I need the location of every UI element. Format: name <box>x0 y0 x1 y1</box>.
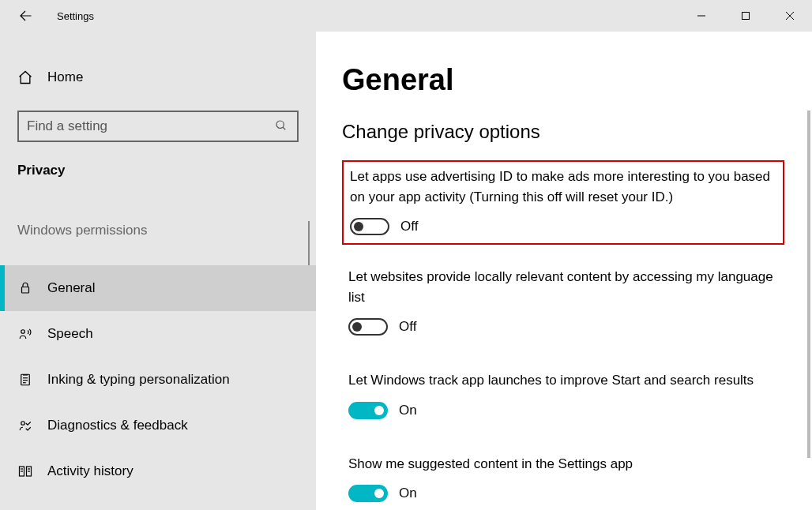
toggle-switch[interactable] <box>350 218 389 235</box>
sidebar-item-general[interactable]: General <box>0 265 316 311</box>
close-icon <box>785 11 795 21</box>
sidebar-item-label: Diagnostics & feedback <box>47 418 188 433</box>
activity-history-icon <box>17 463 33 479</box>
sidebar-item-label: General <box>47 280 95 296</box>
setting-2: Let Windows track app launches to improv… <box>342 366 784 427</box>
search-input[interactable] <box>27 118 275 134</box>
sidebar-item-activity-history[interactable]: Activity history <box>0 448 316 494</box>
toggle-state-label: On <box>399 486 417 501</box>
inking-typing-personalization-icon <box>17 372 33 388</box>
setting-description: Let Windows track app launches to improv… <box>348 370 778 391</box>
sidebar-section-title: Privacy <box>0 159 316 183</box>
sidebar-home-label: Home <box>47 69 83 85</box>
svg-point-7 <box>21 330 25 334</box>
toggle-row: On <box>348 485 778 502</box>
speech-icon <box>17 326 33 342</box>
search-box[interactable] <box>17 111 299 142</box>
toggle-knob <box>352 322 362 332</box>
back-button[interactable] <box>16 6 35 25</box>
close-button[interactable] <box>768 0 812 32</box>
svg-line-5 <box>283 127 285 129</box>
setting-description: Let websites provide locally relevant co… <box>348 267 778 307</box>
setting-1: Let websites provide locally relevant co… <box>342 262 784 343</box>
toggle-knob <box>374 406 384 415</box>
window-title: Settings <box>57 10 94 22</box>
search-icon <box>275 119 289 133</box>
sidebar-group-header: Windows permissions <box>0 216 316 245</box>
titlebar: Settings <box>0 0 812 32</box>
sidebar-item-diagnostics-feedback[interactable]: Diagnostics & feedback <box>0 403 316 448</box>
svg-point-12 <box>21 422 25 426</box>
maximize-button[interactable] <box>724 0 768 32</box>
sidebar-home[interactable]: Home <box>0 63 316 92</box>
setting-3: Show me suggested content in the Setting… <box>342 449 784 511</box>
scrollbar[interactable] <box>807 111 810 458</box>
svg-rect-8 <box>21 374 30 385</box>
sidebar-item-label: Inking & typing personalization <box>47 372 230 388</box>
home-icon <box>17 69 33 85</box>
diagnostics-feedback-icon <box>17 418 33 433</box>
toggle-knob <box>374 489 384 498</box>
toggle-switch[interactable] <box>348 485 388 502</box>
toggle-row: On <box>348 402 778 419</box>
main-content: General Change privacy options Let apps … <box>316 32 812 510</box>
toggle-state-label: On <box>399 403 417 418</box>
toggle-row: Off <box>348 318 778 336</box>
toggle-knob <box>354 222 363 231</box>
page-title: General <box>342 63 784 97</box>
svg-point-4 <box>276 121 284 128</box>
toggle-state-label: Off <box>400 219 418 234</box>
sidebar-item-inking-typing-personalization[interactable]: Inking & typing personalization <box>0 357 316 403</box>
minimize-icon <box>697 11 706 21</box>
maximize-icon <box>741 11 750 21</box>
toggle-state-label: Off <box>399 319 416 335</box>
general-icon <box>17 280 33 296</box>
svg-rect-6 <box>22 287 29 294</box>
section-header: Change privacy options <box>342 121 784 143</box>
setting-description: Let apps use advertising ID to make ads … <box>350 167 776 207</box>
arrow-left-icon <box>18 9 32 23</box>
sidebar: Home Privacy Windows permissions General… <box>0 32 316 510</box>
minimize-button[interactable] <box>679 0 724 32</box>
toggle-switch[interactable] <box>348 318 388 336</box>
toggle-row: Off <box>350 218 776 235</box>
sidebar-item-label: Speech <box>47 326 93 342</box>
toggle-switch[interactable] <box>348 402 388 419</box>
setting-description: Show me suggested content in the Setting… <box>348 454 778 474</box>
setting-0: Let apps use advertising ID to make ads … <box>342 160 784 245</box>
sidebar-item-speech[interactable]: Speech <box>0 311 316 357</box>
sidebar-item-label: Activity history <box>47 463 133 479</box>
window-controls <box>679 0 812 32</box>
svg-rect-1 <box>742 13 750 20</box>
